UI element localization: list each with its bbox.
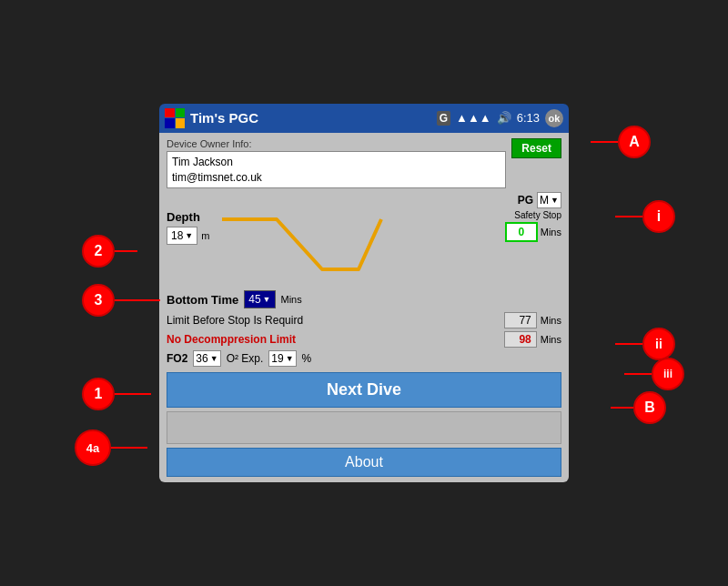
owner-section: Device Owner Info: Tim Jackson tim@timsn… [167,138,506,189]
pg-dropdown[interactable]: M ▼ [537,192,561,208]
annotation-A-line [591,141,618,143]
chevron-down-icon: ▼ [551,196,559,205]
signal-icon: ▲▲▲ [456,111,491,125]
clock: 6:13 [517,111,540,125]
fo2-label: FO2 [167,352,187,365]
no-deco-limit-value: 98 [504,331,537,348]
annotation-ii-line [615,343,642,345]
limit-before-stop-value: 77 [504,312,537,328]
depth-unit: m [201,230,209,241]
safety-stop-label: Safety Stop [514,210,561,220]
pg-value: M [540,194,549,207]
annotation-i: i [642,200,675,233]
limit-before-stop-label: Limit Before Stop Is Requird [167,314,500,327]
bottom-time-dropdown[interactable]: 45 ▼ [244,290,275,308]
bottom-time-unit: Mins [281,294,302,305]
depth-section: Depth 18 ▼ m [167,210,209,245]
o2-exp-dropdown[interactable]: 19 ▼ [268,350,296,367]
annotation-2: 2 [82,235,115,268]
ok-button[interactable]: ok [545,109,563,127]
annotation-4a-line [111,447,147,449]
annotation-4a: 4a [75,429,111,466]
about-button[interactable]: About [167,448,561,477]
annotation-B-line [611,407,633,409]
annotation-iii: iii [652,358,684,390]
pg-label: PG [518,194,533,207]
safety-stop-section: Safety Stop 0 Mins [505,210,561,242]
fo2-value: 36 [196,352,207,365]
device-owner-label: Device Owner Info: [167,138,506,149]
title-bar: Tim's PGC G ▲▲▲ 🔊 6:13 ok [159,104,569,133]
no-deco-limit-label: No Decomppresion Limit [167,333,500,346]
chevron-down-icon: ▼ [263,295,271,304]
dive-profile-diagram [213,210,500,287]
safety-stop-unit: Mins [541,227,561,237]
app-title: Tim's PGC [190,110,258,126]
o2-exp-label: O² Exp. [227,352,264,365]
chevron-down-icon: ▼ [210,354,218,363]
safety-stop-value[interactable]: 0 [505,222,538,242]
bottom-time-label: Bottom Time [167,293,238,307]
depth-label: Depth [167,210,209,224]
owner-email: tim@timsnet.co.uk [172,170,500,186]
reset-button[interactable]: Reset [511,138,561,158]
annotation-3-line [115,299,160,301]
o2-exp-unit: % [302,352,312,365]
o2-exp-value: 19 [271,352,283,365]
depth-value: 18 [171,229,183,242]
fo2-dropdown[interactable]: 36 ▼ [193,350,220,367]
annotation-B: B [633,391,666,424]
annotation-1-line [115,393,151,395]
limit-before-stop-unit: Mins [541,315,561,326]
owner-info-box: Tim Jackson tim@timsnet.co.uk [167,151,506,189]
depth-dropdown[interactable]: 18 ▼ [167,227,197,245]
volume-icon: 🔊 [497,111,511,125]
annotation-2-line [115,250,137,252]
main-content: Device Owner Info: Tim Jackson tim@timsn… [159,133,569,483]
owner-name: Tim Jackson [172,155,500,170]
annotation-A: A [618,126,651,158]
annotation-ii: ii [642,328,675,360]
bottom-time-value: 45 [248,293,260,306]
chevron-down-icon: ▼ [286,354,294,363]
annotation-3: 3 [82,284,115,317]
next-dive-button[interactable]: Next Dive [167,372,561,408]
no-deco-limit-unit: Mins [541,334,561,345]
annotation-1: 1 [82,378,115,410]
annotation-i-line [615,216,642,217]
chevron-down-icon: ▼ [185,231,193,240]
windows-flag-icon [165,108,185,128]
empty-panel [167,411,561,444]
g-indicator: G [437,111,450,126]
annotation-iii-line [624,373,652,375]
